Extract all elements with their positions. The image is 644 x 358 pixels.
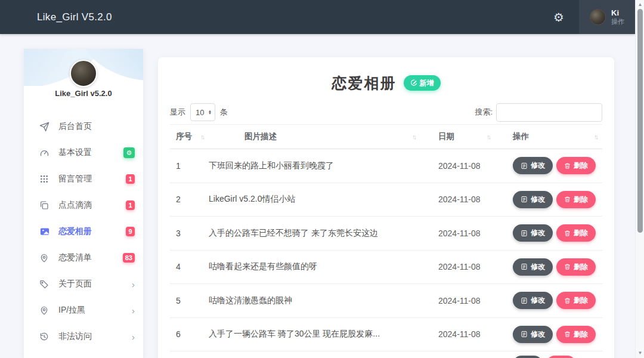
app-title[interactable]: Like_Girl V5.2.0 [37,11,112,23]
gauge-icon [39,147,50,158]
paper-plane-icon [39,121,50,132]
trash-icon [564,297,571,304]
column-header-description[interactable]: 图片描述↑↓ [209,125,420,149]
sidebar-item-messages[interactable]: 留言管理 1 [24,166,143,192]
delete-button[interactable]: 删除 [556,258,596,276]
sort-icon: ↑↓ [412,133,417,140]
clipboard-edit-icon [521,263,528,270]
add-button[interactable]: 新增 [404,75,441,91]
count-badge: 1 [126,174,135,184]
photo-icon [39,226,50,237]
row-description: 入手的公路车已经不想骑了 来了东莞长安这边 [209,228,420,239]
chevron-right-icon: › [132,280,135,289]
row-id: 6 [170,329,209,339]
row-id: 5 [170,296,209,305]
sort-icon: ↑↓ [487,133,491,140]
sidebar-item-album[interactable]: 恋爱相册 9 [24,218,143,245]
delete-button[interactable]: 删除 [556,292,596,309]
column-header-id[interactable]: 序号↑↓ [170,125,209,149]
table-row-partial: 修改 删除 [170,351,602,358]
edit-button[interactable]: 修改 [513,224,553,242]
show-suffix: 条 [220,107,228,118]
search-input[interactable] [496,103,602,122]
clipboard-edit-icon [521,230,528,237]
show-label: 显示 [170,107,185,118]
sidebar-item-moments[interactable]: 点点滴滴 1 [24,192,143,218]
row-description: 咕噜这清澈愚蠢的眼神 [209,295,420,306]
scroll-up-icon[interactable]: ▲ [636,1,644,8]
row-id: 1 [170,161,209,171]
row-description: 咕噜看起来还是有些颜值的呀 [209,261,420,272]
avatar [590,9,606,25]
grid-dots-icon [39,174,50,184]
trash-icon [564,263,571,270]
count-badge: 9 [126,227,135,236]
search-label: 搜索: [475,107,493,118]
gear-icon[interactable]: ⚙ [547,0,571,34]
user-name: Ki [611,9,624,18]
chevron-right-icon: › [132,306,135,315]
sidebar-item-label: 点点滴滴 [58,200,92,211]
user-role: 操作 [611,18,624,26]
column-header-date[interactable]: 日期↑↓ [420,125,495,149]
row-id: 3 [170,229,209,238]
tag-icon [39,279,50,289]
row-description: 入手了一辆公路车 骑了30公里 现在屁股发麻... [209,329,420,340]
sidebar-item-love-list[interactable]: 恋爱清单 83 [24,245,143,271]
sidebar-item-ip-blacklist[interactable]: IP/拉黑 › [24,297,143,323]
user-menu[interactable]: Ki 操作 [579,0,635,34]
delete-button[interactable]: 删除 [556,224,596,242]
delete-button[interactable]: 删除 [556,191,596,208]
map-pin-icon [39,252,50,263]
trash-icon [564,230,571,237]
edit-button[interactable]: 修改 [513,191,553,208]
row-date: 2024-11-08 [420,229,495,238]
edit-button[interactable]: 修改 [513,292,553,309]
page-length-select[interactable]: 10 ▲▼ [190,103,215,121]
edit-button[interactable]: 修改 [513,326,553,343]
trash-icon [564,162,571,169]
sidebar-item-label: 非法访问 [58,331,92,342]
row-description: LikeGirl v5.2.0情侣小站 [209,194,420,205]
sidebar-item-illegal-access[interactable]: 非法访问 › [24,323,143,350]
trash-icon [564,331,571,338]
table-row: 3 入手的公路车已经不想骑了 来了东莞长安这边 2024-11-08 修改 删除 [170,217,602,251]
album-card: 恋爱相册 新增 显示 10 ▲▼ 条 搜索: 序号↑↓ 图片描述↑↓ [158,57,614,358]
delete-button[interactable]: 删除 [556,157,596,174]
scroll-down-icon[interactable]: ▼ [636,350,644,357]
table-body: 1 下班回来的路上和小丽看到晚霞了 2024-11-08 修改 删除 [170,149,602,351]
row-date: 2024-11-08 [420,329,495,339]
edit-button[interactable]: 修改 [513,258,553,276]
sidebar-item-settings[interactable]: 基本设置 ⚙ [24,140,143,166]
edit-button[interactable]: 修改 [513,157,553,174]
sidebar-item-dashboard[interactable]: 后台首页 [24,113,143,140]
count-badge: 1 [126,200,135,210]
row-description: 下班回来的路上和小丽看到晚霞了 [209,161,420,171]
sidebar-brand: Like_Girl v5.2.0 [24,89,143,98]
chevron-right-icon: › [132,332,135,341]
edit-button[interactable]: 修改 [513,356,543,358]
sidebar-item-about[interactable]: 关于页面 › [24,271,143,297]
table-row: 6 入手了一辆公路车 骑了30公里 现在屁股发麻... 2024-11-08 修… [170,318,602,352]
row-date: 2024-11-08 [420,161,495,171]
scrollbar[interactable]: ▲ ▼ [635,0,644,358]
scrollbar-thumb[interactable] [637,9,643,233]
table-row: 4 咕噜看起来还是有些颜值的呀 2024-11-08 修改 删除 [170,251,602,285]
count-badge: 83 [123,253,135,263]
page-title: 恋爱相册 [332,73,397,93]
row-id: 2 [170,195,209,204]
delete-button[interactable]: 删除 [556,326,596,343]
sidebar-avatar [70,60,97,87]
sidebar-item-label: 恋爱相册 [58,226,92,237]
map-pin-icon [39,305,50,316]
row-date: 2024-11-08 [420,262,495,271]
select-arrows-icon: ▲▼ [208,110,212,115]
delete-button[interactable]: 删除 [546,356,576,358]
clipboard-edit-icon [521,297,528,304]
table-row: 2 LikeGirl v5.2.0情侣小站 2024-11-08 修改 删除 [170,183,602,217]
clipboard-edit-icon [521,162,528,169]
sidebar-item-label: 恋爱清单 [58,252,92,263]
column-header-actions[interactable]: 操作↑↓ [495,125,602,149]
edit-circle-icon [410,79,417,87]
sidebar-item-label: 后台首页 [58,121,92,132]
